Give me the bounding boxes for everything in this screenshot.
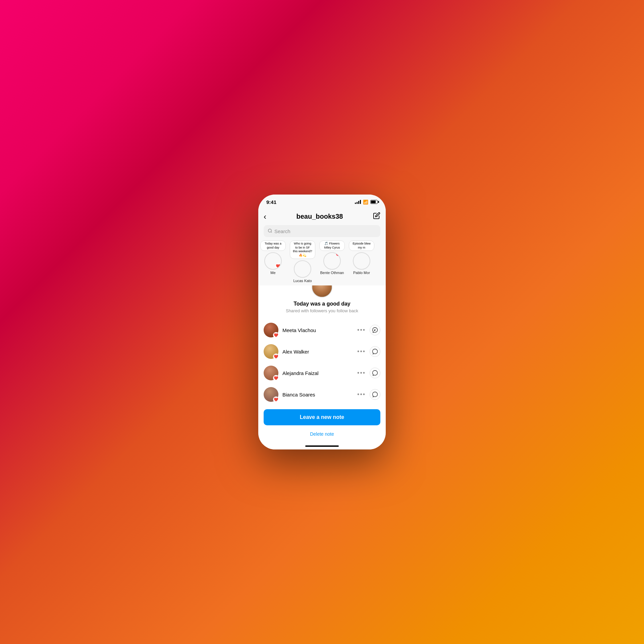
signal-icon [355,200,361,204]
page-title: beau_books38 [297,213,343,220]
messenger-btn-meeta[interactable] [370,325,380,335]
search-icon [268,228,272,234]
more-options-bianca[interactable]: ••• [357,391,366,398]
story-note-text-3: Episode blew my m [349,240,374,251]
more-options-alex[interactable]: ••• [357,348,366,355]
more-options-alejandra[interactable]: ••• [357,370,366,377]
user-name-meeta: Meeta Vlachou [282,327,357,333]
story-item-3[interactable]: Episode blew my m Pablo Mor [347,240,376,283]
story-item-2[interactable]: 🎵 Flowers Miley Cyrus ♪ Bente Othman [317,240,347,283]
heart-badge-alejandra: ❤️ [273,375,279,381]
table-row: ❤️ Alejandra Faizal ••• [264,362,380,384]
search-bar: Search [258,225,386,240]
svg-line-1 [271,231,272,232]
sheet-actions: Leave a new note Delete note [258,405,386,440]
heart-badge-alex: ❤️ [273,354,279,360]
story-avatar-3 [353,252,370,270]
home-indicator [258,443,386,449]
status-bar: 9:41 📶 [258,195,386,209]
story-music-badge: ♪ [335,252,341,257]
story-avatar-1 [294,260,311,278]
heart-badge-meeta: ❤️ [273,332,279,338]
table-row: ❤️ Meeta Vlachou ••• [264,319,380,341]
story-item-0[interactable]: Today was a good day ❤️ Me [258,240,288,283]
avatar-alejandra: ❤️ [264,366,278,380]
back-button[interactable]: ‹ [264,213,266,221]
compose-button[interactable] [373,212,380,221]
bottom-sheet-area: Today was a good day Shared with followe… [258,285,386,443]
story-heart-icon-0: ❤️ [275,263,281,269]
battery-icon [370,200,378,204]
home-bar [305,445,339,447]
story-avatar-2: ♪ [323,252,341,270]
user-list: ❤️ Meeta Vlachou ••• ❤️ [258,319,386,405]
story-name-0: Me [270,271,275,275]
story-note-text-2: 🎵 Flowers Miley Cyrus [319,240,345,251]
search-placeholder: Search [274,228,290,234]
sheet-note-title: Today was a good day [258,301,386,307]
sheet-note-subtitle: Shared with followers you follow back [258,308,386,313]
user-name-alex: Alex Walker [282,349,357,355]
story-avatar-0: ❤️ [264,252,282,270]
user-name-bianca: Bianca Soares [282,392,357,397]
user-name-alejandra: Alejandra Faizal [282,370,357,376]
messenger-btn-alejandra[interactable] [370,368,380,378]
messenger-btn-alex[interactable] [370,346,380,357]
status-time: 9:41 [266,199,276,205]
story-note-text-1: Who is going to be in SF this weekend? 🔥… [290,240,315,259]
heart-badge-bianca: ❤️ [273,396,279,402]
avatar-meeta: ❤️ [264,323,278,337]
dm-header: ‹ beau_books38 [258,209,386,225]
story-name-2: Bente Othman [320,271,344,275]
status-icons: 📶 [355,200,378,205]
messenger-btn-bianca[interactable] [370,389,380,400]
leave-note-button[interactable]: Leave a new note [264,409,380,425]
wifi-icon: 📶 [363,200,368,205]
story-name-1: Lucas Kato [293,279,312,283]
bottom-sheet: Today was a good day Shared with followe… [258,285,386,443]
story-name-3: Pablo Mor [353,271,370,275]
sheet-author-avatar [312,285,332,298]
more-options-meeta[interactable]: ••• [357,327,366,334]
svg-point-0 [268,229,271,232]
story-item-1[interactable]: Who is going to be in SF this weekend? 🔥… [288,240,317,283]
story-note-text-0: Today was a good day [260,240,286,251]
avatar-bianca: ❤️ [264,387,278,402]
stories-row: Today was a good day ❤️ Me Who is going … [258,240,386,285]
delete-note-button[interactable]: Delete note [264,429,380,439]
table-row: ❤️ Bianca Soares ••• [264,384,380,405]
avatar-alex: ❤️ [264,344,278,359]
search-input[interactable]: Search [264,225,380,237]
phone-frame: 9:41 📶 ‹ beau_books38 [258,195,386,449]
table-row: ❤️ Alex Walker ••• [264,341,380,362]
